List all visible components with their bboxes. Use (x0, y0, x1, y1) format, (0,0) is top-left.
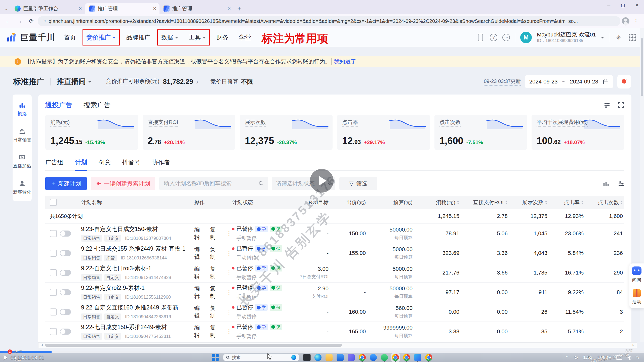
mobile-preview-icon[interactable] (476, 33, 485, 42)
fullscreen-icon[interactable] (618, 102, 624, 108)
new-tab-button[interactable]: ＋ (234, 3, 245, 14)
plan-search-field[interactable] (159, 177, 268, 190)
gift-icon[interactable] (633, 289, 641, 297)
row-enable-toggle[interactable] (60, 329, 71, 335)
tab-close-icon[interactable]: ✕ (78, 6, 82, 11)
site-settings-icon[interactable]: ⚞ (42, 19, 46, 24)
nav-item-财务[interactable]: 财务 (216, 33, 228, 41)
video-play-overlay-button[interactable] (310, 169, 334, 193)
nav-item-首页[interactable]: 首页 (64, 33, 76, 41)
browser-tab[interactable]: 推广管理✕ (159, 3, 234, 14)
plans-tab-协作者[interactable]: 协作者 (152, 158, 170, 170)
video-play-icon[interactable] (4, 355, 8, 360)
taskbar-icon-camera[interactable] (347, 353, 355, 362)
assistant-robot-icon[interactable] (632, 266, 641, 275)
column-header-消耗(元)[interactable]: 消耗(元) (414, 199, 460, 206)
more-actions-icon[interactable]: ⋮ (226, 289, 232, 296)
minimize-button[interactable]: ─ (602, 0, 616, 11)
more-actions-icon[interactable]: ⋮ (226, 230, 232, 237)
new-plan-button[interactable]: ＋ 新建计划 (45, 177, 87, 190)
sort-icon[interactable] (505, 199, 508, 205)
plan-name[interactable]: 9.22-七日成交150-系推2449-素材 (81, 323, 194, 331)
sidebar-item-直播加热[interactable]: 直播加热 (13, 154, 31, 169)
select-all-checkbox[interactable] (50, 199, 57, 206)
annotate-pen-icon[interactable]: ✎ (635, 355, 639, 360)
reload-icon[interactable]: ⟳ (26, 16, 36, 26)
account-info[interactable]: Maybucki迈巴克-欢流01 ID：1801108890626185 (537, 31, 596, 43)
taskbar-search[interactable]: 搜索 (223, 354, 299, 361)
taskbar-weather-widget[interactable]: 1 20℃ 多云 (14, 349, 22, 353)
row-checkbox[interactable] (50, 308, 57, 315)
row-enable-toggle[interactable] (60, 289, 71, 295)
edit-action[interactable]: 编辑 (194, 285, 204, 300)
column-header-点击率[interactable]: 点击率 (548, 199, 585, 206)
nav-item-数据[interactable]: 数据 (161, 33, 178, 41)
taskbar-icon-app-photos[interactable] (413, 353, 422, 362)
copy-action[interactable]: 复制 (210, 285, 220, 300)
assistant-label[interactable]: 问问 (632, 277, 641, 283)
nav-item-工具[interactable]: 工具 (189, 33, 206, 41)
video-progress-bar[interactable] (0, 351, 644, 353)
main-tab-搜索广告[interactable]: 搜索广告 (84, 101, 111, 110)
plans-tab-计划[interactable]: 计划 (75, 158, 87, 170)
taskbar-icon-store[interactable] (336, 353, 344, 362)
balance-link-icon[interactable]: › (196, 78, 198, 86)
table-settings-icon[interactable] (618, 180, 624, 187)
copy-action[interactable]: 复制 (210, 226, 220, 241)
row-checkbox[interactable] (50, 328, 57, 335)
taskbar-icon-chrome[interactable] (391, 353, 400, 362)
copy-action[interactable]: 复制 (210, 304, 220, 320)
qianchuan-logo[interactable]: 巨量千川 (7, 32, 55, 43)
plan-name[interactable]: 9.22-七日成交155-系推2449-素材-直投-1 (81, 245, 194, 253)
app-grid-icon[interactable] (628, 33, 637, 42)
avatar[interactable]: M (520, 32, 532, 43)
browser-profile-icon[interactable] (622, 17, 629, 25)
more-actions-icon[interactable]: ⋮ (226, 308, 232, 315)
browser-tab[interactable]: 巨量引擎工作台✕ (11, 3, 85, 14)
taskbar-icon-folder[interactable] (325, 353, 333, 362)
edit-action[interactable]: 编辑 (194, 226, 204, 241)
sort-icon[interactable] (457, 199, 459, 205)
copy-action[interactable]: 复制 (210, 246, 220, 261)
tab-close-icon[interactable]: ✕ (227, 6, 231, 11)
row-enable-toggle[interactable] (60, 270, 71, 276)
edit-action[interactable]: 编辑 (194, 324, 204, 339)
nav-item-学堂[interactable]: 学堂 (239, 33, 251, 41)
sidebar-item-概览[interactable]: 概览 (18, 102, 27, 117)
row-enable-toggle[interactable] (60, 309, 71, 315)
window-close-button[interactable]: ✕ (630, 0, 644, 11)
browser-menu-icon[interactable]: ⋮ (631, 16, 641, 26)
row-checkbox[interactable] (50, 269, 57, 276)
more-actions-icon[interactable]: ⋮ (226, 269, 232, 276)
account-caret-icon[interactable] (601, 37, 604, 40)
taskbar-icon-chrome[interactable] (402, 353, 411, 362)
maximize-button[interactable]: ▢ (616, 0, 630, 11)
stat-card-3[interactable]: 点击率12.93+29.17% (337, 115, 430, 150)
row-checkbox[interactable] (50, 250, 57, 257)
edit-action[interactable]: 编辑 (194, 246, 204, 261)
more-actions-icon[interactable]: ⋮ (226, 250, 232, 257)
feedback-icon[interactable]: ⋯ (502, 34, 510, 41)
taskbar-icon-app-desktop[interactable] (303, 353, 311, 362)
plan-search-input[interactable] (163, 180, 256, 187)
date-range-picker[interactable]: 2024-09-23 ~ 2024-09-23 (525, 75, 613, 88)
daily-budget-value[interactable]: 不限 (241, 78, 253, 86)
column-header-直接支付ROI[interactable]: 直接支付ROI (460, 199, 509, 206)
column-header-点击次数[interactable]: 点击次数 (585, 199, 624, 206)
column-header-展示次数[interactable]: 展示次数 (509, 199, 548, 206)
sort-icon[interactable] (545, 199, 547, 205)
search-icon[interactable] (258, 181, 264, 186)
scroll-right-icon[interactable]: ▸ (631, 343, 636, 347)
sidebar-item-新客转化[interactable]: 新客转化 (13, 180, 31, 195)
loop-icon[interactable]: ↻ (574, 355, 578, 360)
nav-item-竞价推广[interactable]: 竞价推广 (87, 33, 116, 41)
main-tab-通投广告[interactable]: 通投广告 (45, 101, 72, 110)
browser-tab[interactable]: 推广管理✕ (85, 3, 159, 14)
activity-label[interactable]: 活动 (632, 299, 641, 305)
stat-card-5[interactable]: 平均千次展现费用(元)100.62+18.07% (532, 115, 624, 150)
metric-settings-icon[interactable] (604, 102, 610, 108)
one-click-search-plan-button[interactable]: 一键创建搜索计划 (91, 177, 155, 190)
plan-name[interactable]: 9.22-自定义roi2.9-素材-1 (81, 284, 194, 292)
banner-acknowledge-link[interactable]: 我知道了 (334, 58, 356, 65)
nav-item-品牌推广[interactable]: 品牌推广 (126, 33, 150, 41)
